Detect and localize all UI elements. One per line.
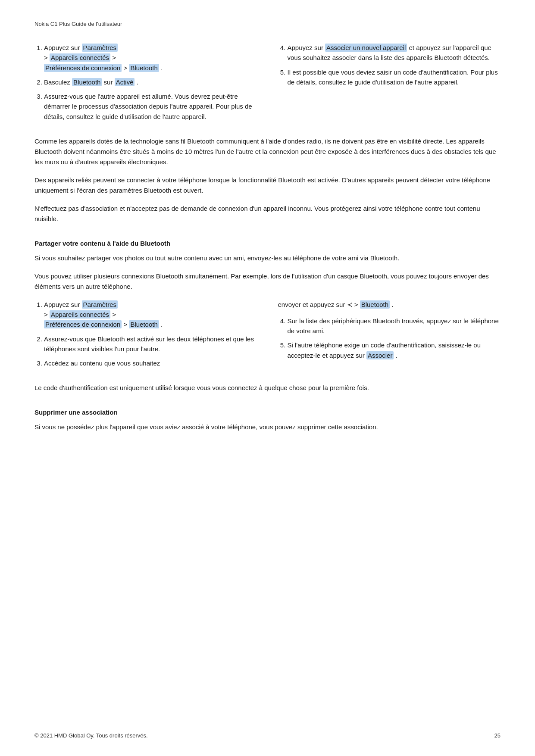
section1-list-col2: Appuyez sur Associer un nouvel appareil … (278, 43, 501, 87)
highlight-appareils1: Appareils connectés (50, 53, 110, 62)
section2-para2: Vous pouvez utiliser plusieurs connexion… (34, 271, 501, 292)
footer: © 2021 HMD Global Oy. Tous droits réserv… (34, 732, 501, 739)
highlight-associer2: Associer (366, 351, 394, 359)
highlight-bluetooth-basculez: Bluetooth (72, 78, 102, 86)
section1-list-col1: Appuyez sur Paramètres > Appareils conne… (34, 43, 257, 122)
section2-col2: envoyer et appuyez sur ≺ > Bluetooth . S… (278, 300, 501, 373)
section2-list-col2: Sur la liste des périphériques Bluetooth… (278, 316, 501, 360)
highlight-parametres1: Paramètres (82, 44, 118, 52)
list-item: Basculez Bluetooth sur Activé . (44, 77, 257, 87)
section1-col1: Appuyez sur Paramètres > Appareils conne… (34, 43, 257, 126)
highlight-bluetooth1: Bluetooth (129, 64, 159, 72)
highlight-active: Activé (115, 78, 135, 86)
highlight-preferences2: Préférences de connexion (44, 320, 122, 328)
paragraph2: Des appareils reliés peuvent se connecte… (34, 175, 501, 196)
list-item: Si l'autre téléphone exige un code d'aut… (288, 340, 501, 360)
highlight-parametres2: Paramètres (82, 300, 118, 309)
section2-list-col1: Appuyez sur Paramètres > Appareils conne… (34, 300, 257, 369)
section1-col2: Appuyez sur Associer un nouvel appareil … (278, 43, 501, 126)
paragraph3: N'effectuez pas d'association et n'accep… (34, 203, 501, 224)
list-item: Assurez-vous que Bluetooth est activé su… (44, 334, 257, 354)
section2-para1: Si vous souhaitez partager vos photos ou… (34, 253, 501, 263)
footer-page: 25 (494, 732, 501, 739)
list-item: Appuyez sur Paramètres > Appareils conne… (44, 300, 257, 330)
section2-heading: Partager votre contenu à l'aide du Bluet… (34, 240, 501, 247)
page: Nokia C1 Plus Guide de l'utilisateur App… (0, 0, 535, 756)
footer-copyright: © 2021 HMD Global Oy. Tous droits réserv… (34, 732, 148, 739)
highlight-associer-nouvel: Associer un nouvel appareil (325, 44, 407, 52)
paragraph1: Comme les appareils dotés de la technolo… (34, 136, 501, 167)
list-item: Appuyez sur Paramètres > Appareils conne… (44, 43, 257, 73)
highlight-appareils2: Appareils connectés (50, 310, 110, 319)
section2-note: Le code d'authentification est uniquemen… (34, 383, 501, 393)
header-text: Nokia C1 Plus Guide de l'utilisateur (34, 21, 122, 27)
list-item: Appuyez sur Associer un nouvel appareil … (288, 43, 501, 63)
list-item: Accédez au contenu que vous souhaitez (44, 358, 257, 368)
section2-columns: Appuyez sur Paramètres > Appareils conne… (34, 300, 501, 373)
list-item: Sur la liste des périphériques Bluetooth… (288, 316, 501, 336)
section1-columns: Appuyez sur Paramètres > Appareils conne… (34, 43, 501, 126)
header: Nokia C1 Plus Guide de l'utilisateur (34, 21, 501, 27)
section2-col1: Appuyez sur Paramètres > Appareils conne… (34, 300, 257, 373)
highlight-bluetooth3: Bluetooth (360, 300, 390, 309)
list-item: Il est possible que vous deviez saisir u… (288, 67, 501, 87)
section3-heading: Supprimer une association (34, 409, 501, 416)
highlight-preferences1: Préférences de connexion (44, 64, 122, 72)
list-item: Assurez-vous que l'autre appareil est al… (44, 91, 257, 122)
highlight-bluetooth2: Bluetooth (129, 320, 159, 328)
section3-paragraph: Si vous ne possédez plus l'appareil que … (34, 422, 501, 432)
section2-col2-item3cont: envoyer et appuyez sur ≺ > Bluetooth . (278, 300, 501, 310)
